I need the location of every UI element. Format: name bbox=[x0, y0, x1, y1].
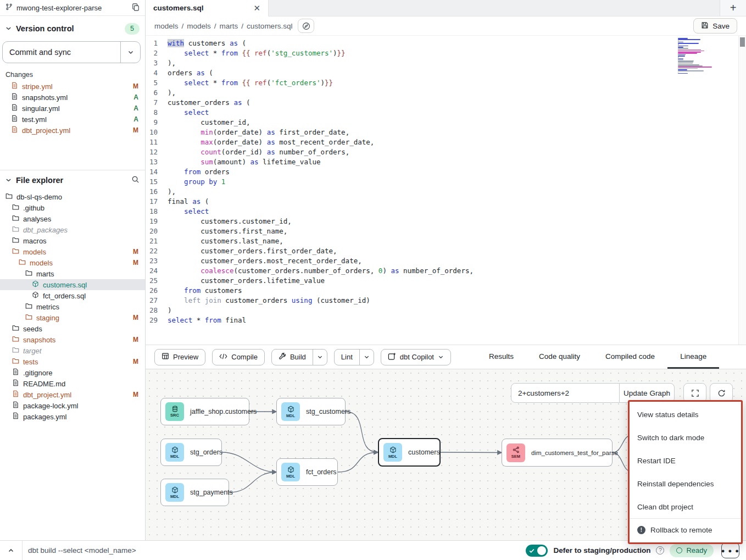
tree-item-models[interactable]: modelsM bbox=[0, 257, 145, 268]
tree-item-dbt-packages[interactable]: dbt_packages bbox=[0, 224, 145, 235]
tree-item-marts[interactable]: marts bbox=[0, 268, 145, 279]
menu-item-clean-dbt-project[interactable]: Clean dbt project bbox=[630, 495, 741, 518]
lineage-node-dim-customers-test-for-parse[interactable]: SEMdim_customers_test_for_parse bbox=[502, 439, 613, 467]
code-editor[interactable]: 1with customers as (2 select * from {{ r… bbox=[146, 35, 746, 345]
tree-item-packages-yml[interactable]: packages.yml bbox=[0, 411, 145, 422]
tab-results[interactable]: Results bbox=[476, 345, 526, 369]
open-in-explorer-button[interactable] bbox=[298, 19, 314, 33]
save-button[interactable]: Save bbox=[693, 18, 737, 34]
tree-item-readme-md[interactable]: README.md bbox=[0, 378, 145, 389]
status-badge[interactable]: Ready bbox=[670, 544, 714, 557]
tree-item-dbt-project-yml[interactable]: dbt_project.ymlM bbox=[0, 389, 145, 400]
lineage-node-stg-customers[interactable]: MDLstg_customers bbox=[276, 398, 346, 425]
commit-and-sync-button[interactable]: Commit and sync bbox=[2, 41, 141, 63]
code-line[interactable]: 10 min(order_date) as first_order_date, bbox=[146, 127, 746, 137]
preview-button[interactable]: Preview bbox=[154, 349, 205, 365]
lint-button[interactable]: Lint bbox=[334, 349, 374, 365]
code-line[interactable]: 7customer_orders as ( bbox=[146, 98, 746, 108]
lineage-node-jaffle-shop-customers[interactable]: SRCjaffle_shop.customers bbox=[160, 398, 249, 425]
tree-item-target[interactable]: target bbox=[0, 345, 145, 356]
code-line[interactable]: 2 select * from {{ ref('stg_customers')}… bbox=[146, 48, 746, 58]
code-line[interactable]: 4orders as ( bbox=[146, 68, 746, 78]
expand-command-bar-chevron[interactable] bbox=[0, 541, 23, 560]
code-line[interactable]: 1with customers as ( bbox=[146, 38, 746, 48]
search-icon[interactable] bbox=[131, 175, 140, 186]
compile-button[interactable]: Compile bbox=[212, 349, 265, 365]
tree-item-package-lock-yml[interactable]: package-lock.yml bbox=[0, 400, 145, 411]
build-options-chevron[interactable] bbox=[313, 350, 327, 365]
editor-scrollbar[interactable] bbox=[738, 36, 746, 345]
tree-item--github[interactable]: .github bbox=[0, 202, 145, 213]
code-line[interactable]: 3), bbox=[146, 58, 746, 68]
menu-item-rollback-to-remote[interactable]: !Rollback to remote bbox=[630, 518, 741, 541]
code-line[interactable]: 25 customer_orders.lifetime_value bbox=[146, 276, 746, 286]
tree-item-seeds[interactable]: seeds bbox=[0, 323, 145, 334]
lineage-node-fct-orders[interactable]: MDLfct_orders bbox=[276, 458, 338, 486]
menu-item-view-status-details[interactable]: View status details bbox=[630, 403, 741, 426]
tree-item-macros[interactable]: macros bbox=[0, 235, 145, 246]
code-line[interactable]: 13 sum(amount) as lifetime_value bbox=[146, 157, 746, 167]
copy-branch-icon[interactable] bbox=[132, 3, 140, 13]
menu-item-restart-ide[interactable]: Restart IDE bbox=[630, 449, 741, 472]
code-line[interactable]: 17final as ( bbox=[146, 197, 746, 207]
tree-item-metrics[interactable]: metrics bbox=[0, 301, 145, 312]
lineage-selector-input[interactable] bbox=[511, 383, 620, 403]
breadcrumb-segment[interactable]: customers.sql bbox=[247, 22, 292, 30]
code-line[interactable]: 16), bbox=[146, 187, 746, 197]
menu-item-switch-to-dark-mode[interactable]: Switch to dark mode bbox=[630, 426, 741, 449]
code-line[interactable]: 23 customer_orders.most_recent_order_dat… bbox=[146, 256, 746, 266]
code-line[interactable]: 8 select bbox=[146, 108, 746, 118]
code-line[interactable]: 19 customers.customer_id, bbox=[146, 217, 746, 226]
breadcrumb-segment[interactable]: models bbox=[154, 22, 179, 30]
breadcrumb-segment[interactable]: models bbox=[187, 22, 211, 30]
minimap[interactable] bbox=[678, 38, 714, 74]
code-line[interactable]: 22 customer_orders.first_order_date, bbox=[146, 246, 746, 256]
tree-item--gitignore[interactable]: .gitignore bbox=[0, 367, 145, 378]
code-line[interactable]: 21 customers.last_name, bbox=[146, 236, 746, 246]
dbt-copilot-button[interactable]: dbt Copilot bbox=[381, 349, 451, 365]
tree-item-staging[interactable]: stagingM bbox=[0, 312, 145, 323]
tab-compiled-code[interactable]: Compiled code bbox=[593, 345, 667, 369]
code-line[interactable]: 27 left join customer_orders using (cust… bbox=[146, 296, 746, 306]
commit-options-chevron[interactable] bbox=[120, 42, 140, 63]
lineage-node-stg-orders[interactable]: MDLstg_orders bbox=[160, 439, 222, 466]
file-explorer-header[interactable]: File explorer bbox=[0, 170, 145, 190]
code-line[interactable]: 18 select bbox=[146, 207, 746, 217]
code-line[interactable]: 12 count(order_id) as number_of_orders, bbox=[146, 147, 746, 157]
code-line[interactable]: 24 coalesce(customer_orders.number_of_or… bbox=[146, 266, 746, 276]
command-input[interactable]: dbt build --select <model_name> bbox=[28, 546, 136, 555]
code-line[interactable]: 14 from orders bbox=[146, 167, 746, 177]
close-icon[interactable]: ✕ bbox=[253, 4, 260, 12]
lineage-node-customers[interactable]: MDLcustomers bbox=[378, 438, 441, 467]
tree-item-snapshots[interactable]: snapshotsM bbox=[0, 334, 145, 345]
changed-file-row[interactable]: dbt_project.ymlM bbox=[0, 125, 145, 136]
code-line[interactable]: 11 max(order_date) as most_recent_order_… bbox=[146, 137, 746, 147]
tree-item-models[interactable]: modelsM bbox=[0, 246, 145, 257]
tab-customers-sql[interactable]: customers.sql ✕ bbox=[146, 0, 269, 16]
tree-item-db-sl-qs-demo[interactable]: db-sl-qs-demo bbox=[0, 191, 145, 202]
help-icon[interactable]: ? bbox=[656, 546, 664, 555]
code-line[interactable]: 9 customer_id, bbox=[146, 118, 746, 127]
tree-item-analyses[interactable]: analyses bbox=[0, 213, 145, 224]
code-line[interactable]: 6), bbox=[146, 88, 746, 98]
breadcrumb-segment[interactable]: marts bbox=[220, 22, 238, 30]
lineage-node-stg-payments[interactable]: MDLstg_payments bbox=[160, 479, 229, 506]
changed-file-row[interactable]: test.ymlA bbox=[0, 114, 145, 125]
lint-options-chevron[interactable] bbox=[359, 350, 374, 365]
menu-item-reinstall-dependencies[interactable]: Reinstall dependencies bbox=[630, 472, 741, 495]
changed-file-row[interactable]: snapshots.ymlA bbox=[0, 92, 145, 103]
code-line[interactable]: 28) bbox=[146, 306, 746, 315]
changed-file-row[interactable]: stripe.ymlM bbox=[0, 81, 145, 92]
changed-file-row[interactable]: singular.ymlA bbox=[0, 103, 145, 114]
version-control-header[interactable]: Version control 5 bbox=[0, 19, 145, 38]
code-line[interactable]: 15 group by 1 bbox=[146, 177, 746, 187]
defer-toggle[interactable] bbox=[526, 545, 548, 557]
scrollbar-thumb[interactable] bbox=[740, 37, 745, 47]
tab-code-quality[interactable]: Code quality bbox=[526, 345, 593, 369]
new-tab-button[interactable]: + bbox=[720, 0, 746, 16]
tree-item-customers-sql[interactable]: customers.sql bbox=[0, 279, 145, 290]
code-line[interactable]: 29select * from final bbox=[146, 315, 746, 325]
code-line[interactable]: 5 select * from {{ ref('fct_orders')}} bbox=[146, 78, 746, 88]
code-line[interactable]: 26 from customers bbox=[146, 286, 746, 296]
tree-item-tests[interactable]: testsM bbox=[0, 356, 145, 367]
